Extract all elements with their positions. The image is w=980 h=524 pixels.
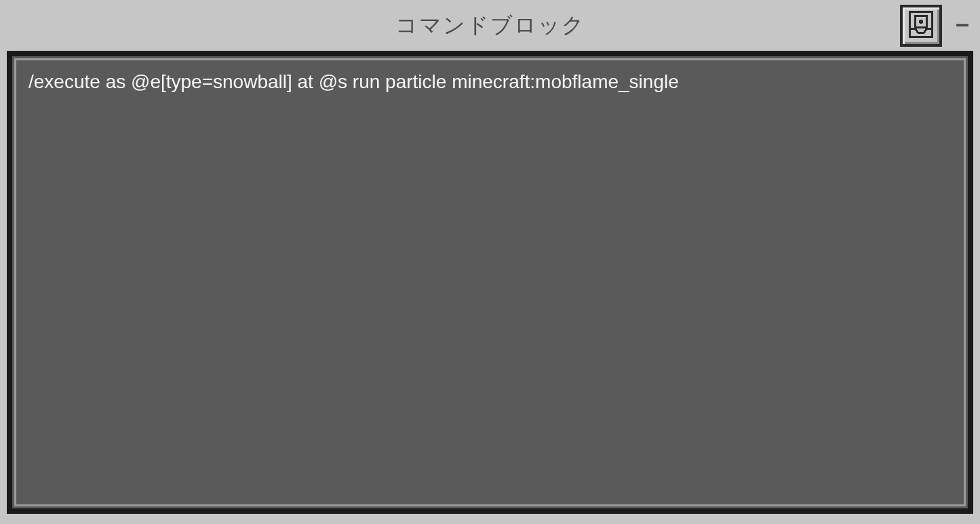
- svg-point-2: [919, 19, 923, 23]
- command-input-area[interactable]: [14, 58, 966, 506]
- output-tray-button[interactable]: [900, 5, 942, 47]
- page-title: コマンドブロック: [395, 11, 585, 41]
- command-input[interactable]: [28, 71, 952, 493]
- minimize-button[interactable]: –: [956, 12, 969, 40]
- header-bar: コマンドブロック –: [0, 0, 980, 51]
- header-controls: –: [900, 5, 969, 47]
- command-input-frame: [7, 51, 973, 514]
- output-tray-icon: [907, 10, 935, 41]
